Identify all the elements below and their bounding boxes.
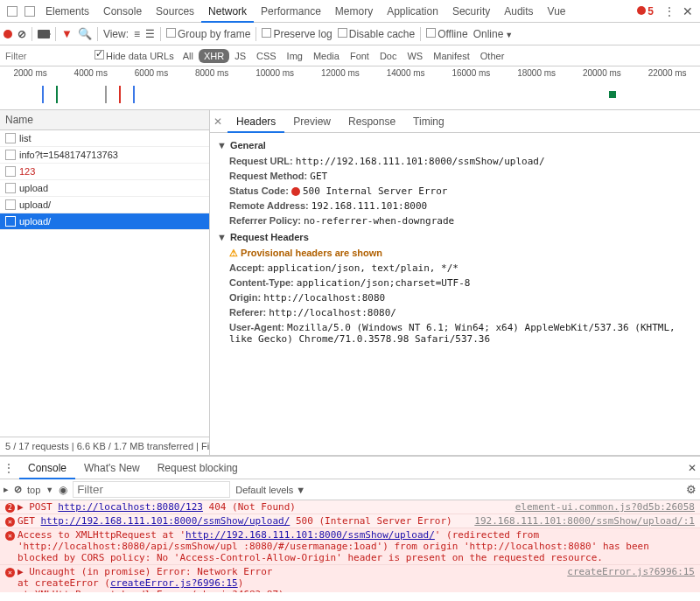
tab-network[interactable]: Network xyxy=(201,2,254,23)
timeline-tick: 16000 ms xyxy=(452,68,490,78)
subtab-headers[interactable]: Headers xyxy=(228,112,284,133)
device-icon[interactable] xyxy=(24,6,35,17)
filter-input[interactable] xyxy=(4,49,91,63)
filter-chip-js[interactable]: JS xyxy=(229,49,251,63)
group-frame-checkbox[interactable] xyxy=(166,28,176,38)
inspect-icon[interactable] xyxy=(7,6,18,17)
error-icon: ✕ xyxy=(5,517,15,527)
record-icon[interactable] xyxy=(4,30,12,38)
console-line[interactable]: ✕Access to XMLHttpRequest at 'http://192… xyxy=(0,528,700,565)
filter-chip-img[interactable]: Img xyxy=(282,49,308,63)
subtab-timing[interactable]: Timing xyxy=(404,112,453,131)
general-section[interactable]: ▼General xyxy=(217,136,693,154)
filter-icon[interactable]: ▼ xyxy=(61,27,73,40)
tab-memory[interactable]: Memory xyxy=(328,2,380,21)
filter-row: Hide data URLs AllXHRJSCSSImgMediaFontDo… xyxy=(0,45,700,66)
drawer-tab-console[interactable]: Console xyxy=(19,458,75,479)
request-row[interactable]: list xyxy=(0,130,209,147)
subtab-response[interactable]: Response xyxy=(340,112,404,131)
filter-chip-other[interactable]: Other xyxy=(475,49,510,63)
console-line[interactable]: ✕▶ Uncaught (in promise) Error: Network … xyxy=(0,565,700,592)
file-icon xyxy=(5,199,16,210)
drawer-tab-request-blocking[interactable]: Request blocking xyxy=(149,458,247,478)
status-dot-icon xyxy=(291,187,300,196)
status-bar: 5 / 17 requests | 6.6 KB / 1.7 MB transf… xyxy=(0,437,209,455)
tab-elements[interactable]: Elements xyxy=(38,2,96,21)
console-source-link[interactable]: createError.js?6996:15 xyxy=(567,566,695,592)
request-row[interactable]: 123 xyxy=(0,164,209,180)
file-icon xyxy=(5,150,16,160)
file-icon xyxy=(5,216,16,227)
filter-chip-manifest[interactable]: Manifest xyxy=(428,49,475,63)
timeline-tick: 4000 ms xyxy=(74,68,108,78)
request-headers-section[interactable]: ▼Request Headers xyxy=(217,228,693,246)
drawer-close-icon[interactable]: ✕ xyxy=(688,462,696,474)
request-row[interactable]: upload xyxy=(0,180,209,197)
timeline-tick: 12000 ms xyxy=(321,68,360,78)
search-icon[interactable]: 🔍 xyxy=(78,27,92,40)
live-expr-icon[interactable]: ◉ xyxy=(59,484,67,496)
close-detail-icon[interactable]: ✕ xyxy=(214,115,222,128)
timeline-tick: 6000 ms xyxy=(135,68,168,78)
console-link[interactable]: http://192.168.111.101:8000/ssmShow/uplo… xyxy=(41,515,290,527)
timeline-tick: 10000 ms xyxy=(256,68,294,78)
tab-sources[interactable]: Sources xyxy=(149,2,201,21)
console-settings-icon[interactable]: ⚙ xyxy=(686,483,696,496)
tab-console[interactable]: Console xyxy=(96,2,149,21)
screenshot-icon[interactable] xyxy=(38,30,50,38)
tab-vue[interactable]: Vue xyxy=(541,2,573,21)
filter-chip-css[interactable]: CSS xyxy=(251,49,282,63)
kebab-icon[interactable]: ⋮ xyxy=(664,5,676,17)
file-icon xyxy=(5,166,16,177)
filter-chip-doc[interactable]: Doc xyxy=(374,49,402,63)
subtab-preview[interactable]: Preview xyxy=(284,112,340,131)
provisional-warning: Provisional headers are shown xyxy=(217,246,693,261)
waterfall-icon[interactable]: ☰ xyxy=(145,28,155,40)
console-drawer: ⋮ ConsoleWhat's NewRequest blocking ✕ ▸ … xyxy=(0,456,700,592)
console-source-link[interactable]: 192.168.111.101:8000/ssmShow/upload/:1 xyxy=(474,515,695,527)
offline-checkbox[interactable] xyxy=(426,28,436,38)
console-line[interactable]: ✕GET http://192.168.111.101:8000/ssmShow… xyxy=(0,514,700,528)
console-sidebar-icon[interactable]: ▸ xyxy=(4,484,9,495)
close-icon[interactable]: ✕ xyxy=(682,4,693,18)
filter-chip-media[interactable]: Media xyxy=(308,49,345,63)
hide-data-urls-checkbox[interactable] xyxy=(94,50,104,59)
drawer-kebab-icon[interactable]: ⋮ xyxy=(4,462,14,474)
console-link[interactable]: http://192.168.111.101:8000/ssmShow/uplo… xyxy=(186,529,435,541)
clear-icon[interactable]: ⊘ xyxy=(18,28,26,40)
console-source-link[interactable]: element-ui.common.js?0d5b:26058 xyxy=(515,501,695,513)
throttle-select[interactable]: Online▼ xyxy=(473,28,514,40)
filter-chip-xhr[interactable]: XHR xyxy=(199,49,229,63)
timeline-tick: 20000 ms xyxy=(583,68,621,78)
file-icon xyxy=(5,133,16,143)
error-icon: 2 xyxy=(5,503,15,513)
request-row[interactable]: upload/ xyxy=(0,197,209,213)
console-clear-icon[interactable]: ⊘ xyxy=(14,484,22,495)
large-rows-icon[interactable]: ≡ xyxy=(134,28,140,40)
preserve-log-checkbox[interactable] xyxy=(262,28,271,38)
error-badge[interactable]: 5 xyxy=(637,5,654,17)
console-link[interactable]: createError.js?6996:15 xyxy=(110,577,238,589)
tab-audits[interactable]: Audits xyxy=(497,2,540,21)
network-toolbar: ⊘ ▼ 🔍 View: ≡ ☰ Group by frame Preserve … xyxy=(0,23,700,45)
console-filter-input[interactable] xyxy=(73,481,230,498)
tab-application[interactable]: Application xyxy=(380,2,445,21)
tab-security[interactable]: Security xyxy=(445,2,497,21)
timeline-tick: 14000 ms xyxy=(387,68,425,78)
name-header[interactable]: Name xyxy=(0,110,209,130)
timeline[interactable]: 2000 ms4000 ms6000 ms8000 ms10000 ms1200… xyxy=(0,66,700,110)
levels-select[interactable]: Default levels ▼ xyxy=(235,485,305,495)
detail-pane: ✕ HeadersPreviewResponseTiming ▼General … xyxy=(210,110,700,455)
request-row[interactable]: info?t=1548174713763 xyxy=(0,147,209,164)
request-row[interactable]: upload/ xyxy=(0,213,209,230)
drawer-tab-what's-new[interactable]: What's New xyxy=(75,458,149,478)
filter-chip-all[interactable]: All xyxy=(178,49,199,63)
disable-cache-checkbox[interactable] xyxy=(338,28,347,38)
console-link[interactable]: http://localhost:8080/123 xyxy=(58,501,203,513)
file-icon xyxy=(5,183,16,193)
console-line[interactable]: 2▶ POST http://localhost:8080/123 404 (N… xyxy=(0,500,700,514)
filter-chip-ws[interactable]: WS xyxy=(402,49,428,63)
filter-chip-font[interactable]: Font xyxy=(345,49,374,63)
tab-performance[interactable]: Performance xyxy=(254,2,328,21)
context-select[interactable]: top xyxy=(27,485,40,495)
